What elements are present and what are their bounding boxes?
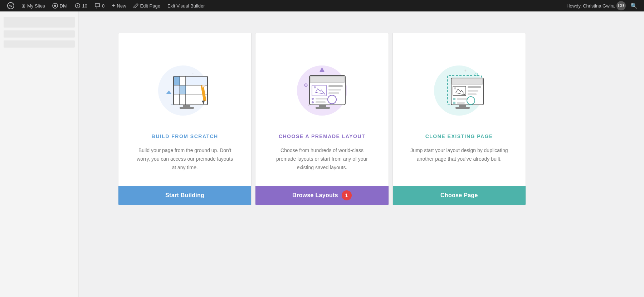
scratch-illustration: + × (146, 48, 224, 126)
clone-title: CLONE EXISTING PAGE (425, 133, 493, 139)
exit-vb-label: Exit Visual Builder (167, 3, 205, 9)
updates-count: 10 (82, 3, 87, 9)
left-panel (0, 11, 79, 297)
svg-rect-32 (310, 76, 345, 83)
start-building-label: Start Building (165, 192, 204, 199)
svg-rect-40 (316, 98, 328, 99)
svg-rect-45 (316, 107, 330, 109)
svg-rect-42 (316, 101, 326, 103)
svg-rect-58 (468, 90, 478, 92)
scratch-footer: Start Building (118, 186, 251, 205)
new-label: New (117, 3, 126, 9)
svg-rect-23 (183, 105, 190, 107)
svg-text:W: W (9, 4, 13, 8)
start-building-button[interactable]: Start Building (118, 186, 251, 205)
edit-page-button[interactable]: Edit Page (130, 0, 164, 11)
svg-text:×: × (192, 72, 194, 75)
divi-label: Divi (60, 3, 68, 9)
left-panel-bar-2 (4, 30, 75, 38)
card-premade: × × (255, 33, 389, 205)
card-clone: + × (392, 33, 526, 205)
svg-point-27 (304, 84, 307, 87)
svg-rect-66 (455, 107, 470, 109)
scratch-description: Build your page from the ground up. Don'… (135, 146, 235, 172)
browse-layouts-label: Browse Layouts (292, 192, 338, 199)
left-panel-bar-3 (4, 40, 75, 48)
comments-count: 0 (102, 3, 104, 9)
premade-illustration: × × (283, 48, 361, 126)
wp-logo[interactable]: W (4, 0, 18, 11)
svg-point-3 (54, 5, 56, 7)
edit-page-label: Edit Page (140, 3, 160, 9)
clone-illustration: + × (420, 48, 498, 126)
svg-rect-19 (186, 77, 207, 85)
updates-menu[interactable]: 10 (71, 0, 91, 11)
svg-rect-60 (453, 98, 455, 100)
svg-rect-63 (457, 102, 465, 104)
clone-description: Jump start your layout design by duplica… (409, 146, 509, 164)
choose-page-button[interactable]: Choose Page (393, 186, 526, 205)
premade-description: Choose from hundreds of world-class prem… (272, 146, 372, 172)
premade-title: CHOOSE A PREMADE LAYOUT (279, 133, 365, 139)
admin-bar: W ⊞ My Sites Divi 10 0 + New Edit Page E… (0, 0, 644, 11)
svg-point-39 (312, 98, 314, 100)
svg-rect-62 (453, 102, 455, 104)
my-sites-menu[interactable]: ⊞ My Sites (18, 0, 49, 11)
user-avatar: CG (616, 1, 626, 10)
card-scratch: + × (118, 33, 252, 205)
card-premade-body: × × (258, 33, 386, 186)
svg-rect-57 (468, 86, 481, 88)
svg-rect-36 (328, 85, 343, 87)
my-sites-label: My Sites (27, 3, 45, 9)
page-wrapper: + × (0, 11, 644, 297)
svg-rect-24 (180, 107, 194, 109)
browse-layouts-badge: 1 (342, 190, 352, 200)
svg-rect-37 (328, 89, 341, 91)
new-menu[interactable]: + New (108, 0, 130, 11)
browse-layouts-button[interactable]: Browse Layouts 1 (255, 186, 388, 205)
divi-menu[interactable]: Divi (49, 0, 71, 11)
admin-bar-right: Howdy, Christina Gwira CG 🔍 (566, 1, 640, 10)
exit-visual-builder-button[interactable]: Exit Visual Builder (164, 0, 209, 11)
svg-rect-18 (174, 86, 180, 94)
svg-rect-59 (468, 93, 477, 95)
card-clone-body: + × (395, 33, 523, 186)
choose-page-label: Choose Page (440, 192, 478, 199)
svg-point-41 (312, 101, 314, 103)
svg-rect-17 (180, 86, 186, 94)
my-sites-icon: ⊞ (21, 3, 25, 9)
left-panel-bar-1 (4, 17, 75, 28)
search-icon[interactable]: 🔍 (628, 3, 640, 9)
svg-rect-38 (328, 92, 339, 94)
scratch-title: BUILD FROM SCRATCH (152, 133, 218, 139)
comments-menu[interactable]: 0 (91, 0, 108, 11)
card-scratch-body: + × (121, 33, 249, 186)
cards-container: + × (116, 33, 528, 205)
svg-point-56 (454, 87, 456, 89)
svg-rect-16 (174, 77, 180, 85)
user-greeting: Howdy, Christina Gwira (566, 3, 615, 9)
svg-rect-65 (459, 105, 466, 107)
svg-rect-44 (319, 105, 326, 107)
svg-rect-61 (457, 98, 467, 100)
svg-point-35 (314, 86, 316, 88)
svg-rect-53 (452, 79, 483, 84)
premade-footer: Browse Layouts 1 (255, 186, 388, 205)
plus-icon: + (112, 3, 115, 9)
svg-text:+: + (464, 69, 467, 73)
clone-footer: Choose Page (393, 186, 526, 205)
